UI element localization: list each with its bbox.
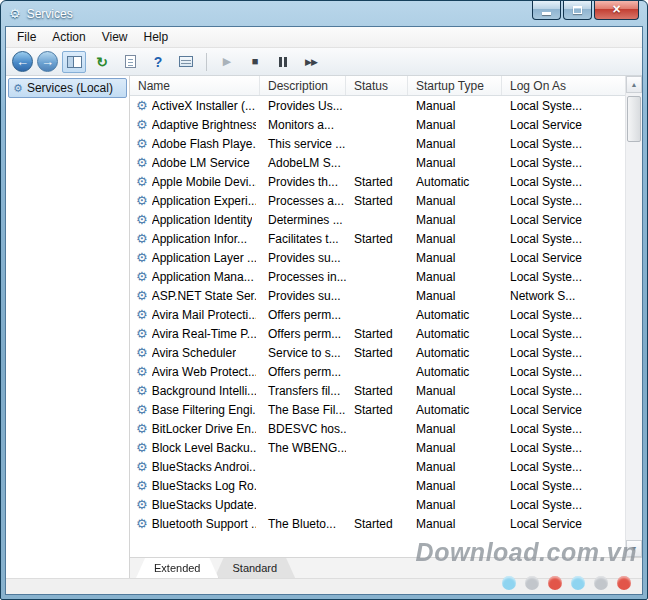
gear-icon: ⚙ — [136, 327, 148, 340]
pause-service-button[interactable] — [271, 51, 295, 73]
column-header-description[interactable]: Description — [260, 76, 346, 95]
table-row[interactable]: ⚙Avira SchedulerService to s...StartedAu… — [130, 343, 625, 362]
table-row[interactable]: ⚙ASP.NET State Ser...Provides su...Manua… — [130, 286, 625, 305]
table-row[interactable]: ⚙Application IdentityDetermines ...Manua… — [130, 210, 625, 229]
service-name: ⚙Bluetooth Support ... — [130, 517, 260, 531]
service-status: Started — [346, 346, 408, 360]
service-log-on-as: Local Syste... — [502, 422, 625, 436]
table-row[interactable]: ⚙Adobe LM ServiceAdobeLM S...ManualLocal… — [130, 153, 625, 172]
table-row[interactable]: ⚙Background Intelli...Transfers fil...St… — [130, 381, 625, 400]
service-name: ⚙Avira Scheduler — [130, 346, 260, 360]
service-log-on-as: Local Syste... — [502, 441, 625, 455]
gear-icon: ⚙ — [136, 156, 148, 169]
service-log-on-as: Local Syste... — [502, 232, 625, 246]
table-row[interactable]: ⚙Avira Real-Time P...Offers perm...Start… — [130, 324, 625, 343]
table-row[interactable]: ⚙Block Level Backu...The WBENG...ManualL… — [130, 438, 625, 457]
gear-icon: ⚙ — [136, 441, 148, 454]
service-name: ⚙ActiveX Installer (... — [130, 99, 260, 113]
service-startup-type: Manual — [408, 270, 502, 284]
service-log-on-as: Local Syste... — [502, 384, 625, 398]
back-button[interactable]: ← — [12, 51, 33, 72]
gear-icon: ⚙ — [136, 403, 148, 416]
tab-extended[interactable]: Extended — [136, 558, 218, 578]
service-description: AdobeLM S... — [260, 156, 346, 170]
service-description: Provides th... — [260, 175, 346, 189]
service-log-on-as: Local Syste... — [502, 498, 625, 512]
column-header-startup-type[interactable]: Startup Type — [408, 76, 502, 95]
table-row[interactable]: ⚙Adobe Flash Playe...This service ...Man… — [130, 134, 625, 153]
vertical-scrollbar[interactable]: ▲ ▼ — [625, 76, 642, 557]
service-startup-type: Manual — [408, 441, 502, 455]
menu-action[interactable]: Action — [44, 27, 93, 47]
sidebar-item-services-local[interactable]: ⚙ Services (Local) — [8, 78, 127, 98]
restart-service-button[interactable]: ▶▶ — [299, 51, 323, 73]
close-button[interactable]: × — [594, 1, 639, 20]
minimize-button[interactable] — [532, 1, 561, 20]
service-status: Started — [346, 384, 408, 398]
help-button[interactable]: ? — [146, 51, 170, 73]
forward-button[interactable]: → — [37, 51, 58, 72]
scrollbar-thumb[interactable] — [627, 96, 641, 142]
table-row[interactable]: ⚙Application Mana...Processes in...Manua… — [130, 267, 625, 286]
table-row[interactable]: ⚙Avira Mail Protecti...Offers perm...Aut… — [130, 305, 625, 324]
service-log-on-as: Local Syste... — [502, 365, 625, 379]
start-service-button[interactable]: ▶ — [215, 51, 239, 73]
table-row[interactable]: ⚙BitLocker Drive En...BDESVC hos...Manua… — [130, 419, 625, 438]
table-row[interactable]: ⚙Application Experi...Processes a...Star… — [130, 191, 625, 210]
table-row[interactable]: ⚙Bluetooth Support ...The Blueto...Start… — [130, 514, 625, 533]
column-header-name[interactable]: Name — [130, 76, 260, 95]
table-row[interactable]: ⚙BlueStacks Androi...ManualLocal Syste..… — [130, 457, 625, 476]
refresh-button[interactable]: ↻ — [90, 51, 114, 73]
properties-button[interactable] — [174, 51, 198, 73]
table-row[interactable]: ⚙Application Infor...Facilitates t...Sta… — [130, 229, 625, 248]
menu-file[interactable]: File — [9, 27, 44, 47]
gear-icon: ⚙ — [136, 460, 148, 473]
gear-icon: ⚙ — [136, 118, 148, 131]
gear-icon: ⚙ — [136, 422, 148, 435]
pause-service-icon — [279, 57, 287, 67]
service-name: ⚙BlueStacks Update... — [130, 498, 260, 512]
gear-icon: ⚙ — [136, 99, 148, 112]
table-row[interactable]: ⚙BlueStacks Log Ro...ManualLocal Syste..… — [130, 476, 625, 495]
stop-service-button[interactable]: ■ — [243, 51, 267, 73]
service-log-on-as: Local Service — [502, 118, 625, 132]
service-description: Provides su... — [260, 289, 346, 303]
maximize-icon — [573, 6, 582, 14]
service-description: The Base Fil... — [260, 403, 346, 417]
column-header-log-on-as[interactable]: Log On As — [502, 76, 625, 95]
titlebar[interactable]: ⚙ Services × — [1, 1, 647, 26]
menu-help[interactable]: Help — [136, 27, 177, 47]
table-row[interactable]: ⚙Apple Mobile Devi...Provides th...Start… — [130, 172, 625, 191]
table-row[interactable]: ⚙Avira Web Protect...Offers perm...Autom… — [130, 362, 625, 381]
service-description: Transfers fil... — [260, 384, 346, 398]
stop-service-icon: ■ — [252, 56, 259, 67]
service-description: Offers perm... — [260, 365, 346, 379]
service-log-on-as: Local Syste... — [502, 479, 625, 493]
service-startup-type: Manual — [408, 118, 502, 132]
scroll-up-button[interactable]: ▲ — [626, 76, 642, 93]
table-row[interactable]: ⚙Application Layer ...Provides su...Manu… — [130, 248, 625, 267]
window-title: Services — [27, 7, 73, 21]
table-row[interactable]: ⚙BlueStacks Update...ManualLocal Syste..… — [130, 495, 625, 514]
table-row[interactable]: ⚙ActiveX Installer (...Provides Us...Man… — [130, 96, 625, 115]
export-list-button[interactable] — [118, 51, 142, 73]
gear-icon: ⚙ — [136, 213, 148, 226]
show-console-tree-button[interactable] — [62, 51, 86, 73]
gear-icon: ⚙ — [136, 270, 148, 283]
service-description: Provides Us... — [260, 99, 346, 113]
table-row[interactable]: ⚙Base Filtering Engi...The Base Fil...St… — [130, 400, 625, 419]
tab-standard[interactable]: Standard — [214, 558, 295, 578]
export-list-icon — [125, 55, 136, 68]
gear-icon: ⚙ — [136, 365, 148, 378]
help-icon: ? — [154, 55, 163, 69]
column-header-status[interactable]: Status — [346, 76, 408, 95]
service-description: Offers perm... — [260, 308, 346, 322]
maximize-button[interactable] — [563, 1, 592, 20]
service-name: ⚙Avira Web Protect... — [130, 365, 260, 379]
service-name: ⚙Background Intelli... — [130, 384, 260, 398]
table-row[interactable]: ⚙Adaptive BrightnessMonitors a...ManualL… — [130, 115, 625, 134]
scroll-down-button[interactable]: ▼ — [626, 540, 642, 557]
service-name: ⚙BitLocker Drive En... — [130, 422, 260, 436]
content: ⚙ Services (Local) Name Description Stat… — [6, 76, 642, 578]
menu-view[interactable]: View — [94, 27, 136, 47]
